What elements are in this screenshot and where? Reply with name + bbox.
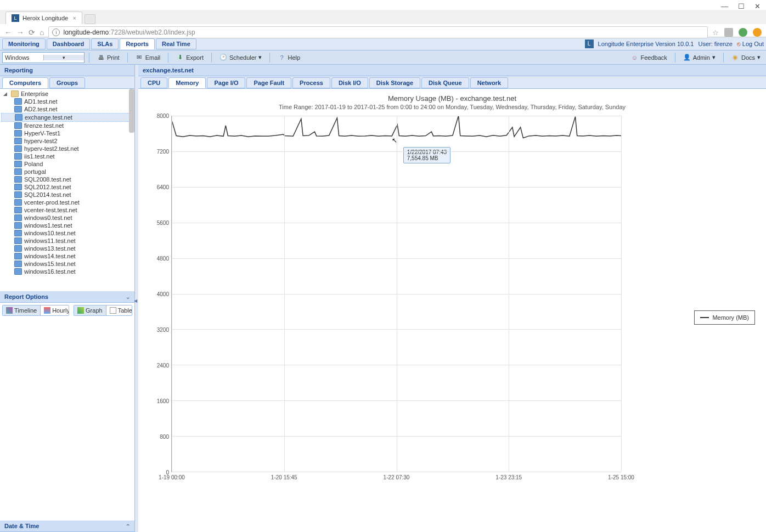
tree-node[interactable]: windows14.test.net: [1, 252, 133, 260]
chart-tab-page-fault[interactable]: Page Fault: [246, 77, 291, 88]
url-bar[interactable]: i longitude-demo:7228/webui/web2.0/index…: [48, 26, 708, 38]
computer-icon: [14, 214, 22, 221]
tree-node[interactable]: windows16.test.net: [1, 268, 133, 275]
tree-node[interactable]: SQL2012.test.net: [1, 183, 133, 191]
nav-tab-dashboard[interactable]: Dashboard: [47, 38, 90, 49]
nav-forward-icon[interactable]: →: [16, 28, 24, 37]
tree-root[interactable]: ◢Enterprise: [1, 90, 133, 98]
chart-tab-process[interactable]: Process: [292, 77, 330, 88]
feedback-button[interactable]: ☺Feedback: [627, 53, 670, 63]
extension-icon[interactable]: [724, 28, 733, 37]
scheduler-button[interactable]: 🕑Scheduler ▾: [216, 53, 266, 63]
clock-icon: 🕑: [219, 54, 227, 61]
graph-button[interactable]: Graph: [74, 305, 106, 315]
computer-icon: [14, 245, 22, 252]
sub-tab-computers[interactable]: Computers: [2, 77, 48, 88]
timeline-button[interactable]: Timeline: [3, 305, 40, 315]
collapse-icon[interactable]: ⌄: [126, 294, 130, 300]
extension-icon[interactable]: [753, 28, 762, 37]
hourly-button[interactable]: Hourly: [40, 305, 69, 315]
version-label: Longitude Enterprise Version 10.0.1: [598, 41, 694, 47]
chart-tab-page-i-o[interactable]: Page I/O: [207, 77, 245, 88]
computer-icon: [14, 184, 22, 190]
tree-node[interactable]: iis1.test.net: [1, 152, 133, 160]
help-button[interactable]: ?Help: [274, 53, 303, 63]
tree-node[interactable]: Poland: [1, 160, 133, 168]
report-options-header[interactable]: Report Options ⌄: [0, 291, 134, 303]
tree-node[interactable]: windows15.test.net: [1, 260, 133, 268]
tree-node[interactable]: hyperv-test2.test.net: [1, 145, 133, 152]
chart-plot[interactable]: 1/22/2017 07:43 7,554.85 MB ↖ 1-19 00:00…: [171, 116, 621, 472]
window-close-icon[interactable]: ✕: [754, 2, 761, 8]
chart-tab-cpu[interactable]: CPU: [140, 77, 167, 88]
hourly-icon: [44, 307, 50, 314]
window-maximize-icon[interactable]: ☐: [738, 2, 745, 8]
tree-node[interactable]: AD2.test.net: [1, 105, 133, 113]
new-tab-button[interactable]: [85, 14, 95, 24]
bookmark-star-icon[interactable]: ☆: [712, 29, 719, 37]
tree-node[interactable]: windows10.test.net: [1, 229, 133, 237]
tree-node[interactable]: hyperv-test2: [1, 137, 133, 145]
tree-node[interactable]: SQL2008.test.net: [1, 176, 133, 183]
docs-icon: ◉: [731, 54, 739, 61]
tree-node[interactable]: vcenter-test.test.net: [1, 206, 133, 214]
folder-icon: [11, 90, 19, 97]
admin-menu[interactable]: 👤Admin ▾: [680, 53, 719, 63]
tree-node[interactable]: SQL2014.test.net: [1, 191, 133, 199]
computer-tree[interactable]: ◢EnterpriseAD1.test.netAD2.test.netexcha…: [0, 89, 134, 291]
tree-node[interactable]: firenze.test.net: [1, 122, 133, 129]
email-button[interactable]: ✉Email: [132, 53, 164, 63]
nav-home-icon[interactable]: ⌂: [40, 28, 44, 37]
chart-tab-memory[interactable]: Memory: [168, 77, 206, 88]
tree-node[interactable]: portugal: [1, 168, 133, 176]
nav-tab-slas[interactable]: SLAs: [91, 38, 119, 49]
site-info-icon[interactable]: i: [52, 29, 60, 36]
sub-tab-groups[interactable]: Groups: [49, 77, 85, 88]
tree-node[interactable]: AD1.test.net: [1, 98, 133, 105]
chevron-down-icon: ▾: [258, 54, 262, 61]
graph-icon: [77, 307, 84, 314]
reporting-header: Reporting: [0, 65, 134, 76]
tab-close-icon[interactable]: ×: [73, 15, 76, 21]
tree-node[interactable]: windows0.test.net: [1, 214, 133, 222]
tree-node[interactable]: windows1.test.net: [1, 222, 133, 229]
print-icon: 🖶: [97, 54, 105, 61]
y-tick-label: 2400: [157, 363, 169, 369]
tree-node[interactable]: windows13.test.net: [1, 245, 133, 252]
print-button[interactable]: 🖶Print: [94, 53, 123, 63]
nav-tab-reports[interactable]: Reports: [120, 38, 155, 49]
nav-tab-real-time[interactable]: Real Time: [156, 38, 196, 49]
window-minimize-icon[interactable]: —: [721, 2, 728, 8]
tree-toggle-icon[interactable]: ◢: [3, 91, 9, 97]
user-icon: 👤: [683, 54, 691, 61]
chart-legend: Memory (MB): [694, 310, 755, 325]
computer-icon: [14, 176, 22, 183]
export-button[interactable]: ⬇Export: [173, 53, 207, 63]
table-button[interactable]: Table: [106, 305, 132, 315]
favicon-icon: L: [12, 14, 19, 22]
nav-reload-icon[interactable]: ⟳: [29, 28, 35, 37]
docs-menu[interactable]: ◉Docs ▾: [728, 53, 764, 63]
chart-tab-disk-storage[interactable]: Disk Storage: [369, 77, 420, 88]
platform-select[interactable]: Windows ▾: [2, 52, 85, 63]
nav-tab-monitoring[interactable]: Monitoring: [2, 38, 46, 49]
timeline-icon: [6, 307, 13, 314]
date-time-header[interactable]: Date & Time ⌃: [0, 520, 134, 532]
chart-tab-network[interactable]: Network: [470, 77, 508, 88]
nav-back-icon[interactable]: ←: [4, 28, 12, 37]
tree-node[interactable]: exchange.test.net: [1, 113, 133, 122]
expand-icon[interactable]: ⌃: [126, 523, 130, 529]
chart-tab-disk-queue[interactable]: Disk Queue: [421, 77, 469, 88]
browser-tab[interactable]: L Heroix Longitude ×: [5, 12, 82, 24]
chart-tab-disk-i-o[interactable]: Disk I/O: [331, 77, 368, 88]
chevron-down-icon[interactable]: ▾: [43, 55, 85, 60]
tree-node[interactable]: windows11.test.net: [1, 237, 133, 245]
tree-node[interactable]: vcenter-prod.test.net: [1, 199, 133, 206]
logout-button[interactable]: ⎋ Log Out: [737, 41, 764, 47]
computer-icon: [14, 207, 22, 213]
tree-node[interactable]: HyperV-Test1: [1, 129, 133, 137]
chart-subtitle: Time Range: 2017-01-19 to 2017-01-25 fro…: [149, 104, 755, 110]
extension-icon[interactable]: [739, 28, 747, 37]
scrollbar-thumb[interactable]: [129, 89, 134, 133]
computer-icon: [14, 138, 22, 144]
